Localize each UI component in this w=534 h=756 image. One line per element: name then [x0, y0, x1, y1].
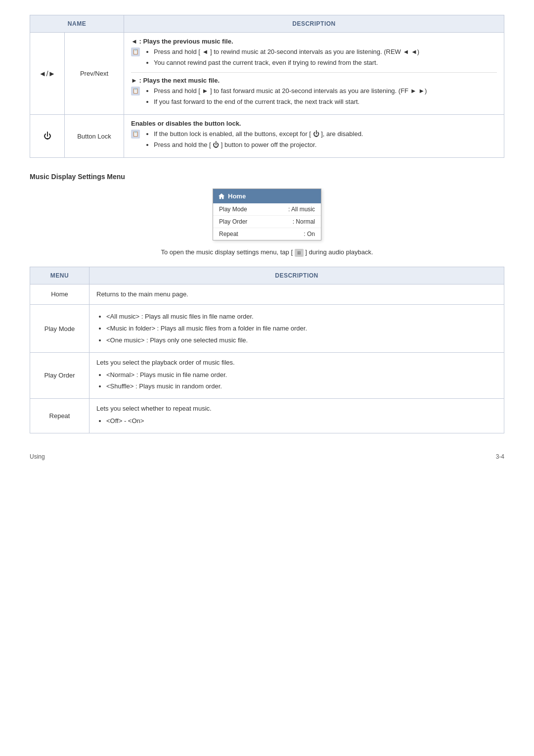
next-main-text: ► : Plays the next music file.: [131, 77, 497, 84]
buttonlock-note-content: If the button lock is enabled, all the b…: [145, 129, 363, 150]
home-icon: [218, 193, 225, 200]
bottom-col-menu-header: MENU: [30, 267, 89, 284]
popup-header: Home: [213, 189, 321, 203]
power-icon-symbol: ⏻: [44, 132, 51, 140]
popup-header-label: Home: [228, 192, 246, 200]
popup-row-repeat: Repeat : On: [213, 228, 321, 240]
prev-note-content: Press and hold [ ◄ ] to rewind music at …: [145, 47, 419, 68]
home-desc-text: Returns to the main menu page.: [96, 290, 188, 298]
repeat-desc-cell: Lets you select whether to repeat music.…: [89, 399, 504, 433]
playmode-bullet-2: <Music in folder> : Plays all music file…: [106, 324, 497, 334]
playorder-bullet-2: <Shuffle> : Plays music in random order.: [106, 381, 497, 392]
table-row-buttonlock: ⏻ Button Lock Enables or disables the bu…: [30, 115, 504, 158]
prevnext-desc-cell: ◄ : Plays the previous music file. 📋 Pre…: [124, 33, 504, 115]
popup-repeat-val: : On: [304, 231, 315, 237]
table-row-playmode: Play Mode <All music> : Plays all music …: [30, 305, 504, 352]
playmode-bullets: <All music> : Plays all music files in f…: [96, 312, 497, 345]
next-note-content: Press and hold [ ► ] to fast forward mus…: [145, 86, 427, 107]
note-badge: 📋: [131, 47, 140, 56]
music-settings-table: MENU DESCRIPTION Home Returns to the mai…: [30, 267, 504, 433]
bottom-col-desc-header: DESCRIPTION: [89, 267, 504, 284]
open-instructions-text: To open the music display settings menu,…: [30, 248, 504, 257]
playmode-desc-cell: <All music> : Plays all music files in f…: [89, 305, 504, 352]
buttonlock-name-cell: Button Lock: [65, 115, 124, 158]
prevnext-name-cell: Prev/Next: [65, 33, 124, 115]
repeat-menu-cell: Repeat: [30, 399, 89, 433]
prev-bullet-2: You cannot rewind past the current track…: [154, 58, 419, 68]
page-footer: Using 3-4: [30, 453, 504, 460]
repeat-desc-main: Lets you select whether to repeat music.: [96, 405, 212, 412]
buttonlock-bullet-1: If the button lock is enabled, all the b…: [154, 129, 363, 139]
table-row-home: Home Returns to the main menu page.: [30, 284, 504, 305]
next-section: ► : Plays the next music file. 📋 Press a…: [131, 77, 497, 107]
buttonlock-label: Button Lock: [77, 133, 111, 140]
repeat-bullets: <Off> - <On>: [96, 416, 497, 426]
prev-section: ◄ : Plays the previous music file. 📋 Pre…: [131, 38, 497, 68]
prev-main-text: ◄ : Plays the previous music file.: [131, 38, 497, 45]
note-icon-prev: 📋: [131, 47, 142, 56]
playorder-menu-cell: Play Order: [30, 352, 89, 398]
repeat-menu-label: Repeat: [49, 412, 70, 420]
popup-row-playorder: Play Order : Normal: [213, 216, 321, 228]
playorder-desc-main: Lets you select the playback order of mu…: [96, 359, 235, 366]
note-badge-2: 📋: [131, 87, 140, 95]
playorder-menu-label: Play Order: [44, 372, 75, 379]
next-note-row: 📋 Press and hold [ ► ] to fast forward m…: [131, 86, 497, 107]
prev-bullet-1: Press and hold [ ◄ ] to rewind music at …: [154, 47, 419, 57]
playorder-desc-cell: Lets you select the playback order of mu…: [89, 352, 504, 398]
buttonlock-desc-cell: Enables or disables the button lock. 📋 I…: [124, 115, 504, 158]
music-display-section: Music Display Settings Menu Home Play Mo…: [30, 173, 504, 257]
buttonlock-note-row: 📋 If the button lock is enabled, all the…: [131, 129, 497, 150]
note-icon-next: 📋: [131, 87, 142, 95]
home-desc-cell: Returns to the main menu page.: [89, 284, 504, 305]
buttonlock-icon-cell: ⏻: [30, 115, 65, 158]
home-menu-cell: Home: [30, 284, 89, 305]
music-menu-popup: Home Play Mode : All music Play Order : …: [213, 189, 321, 240]
popup-playmode-key: Play Mode: [219, 206, 247, 213]
note-badge-3: 📋: [131, 130, 140, 139]
playorder-bullets: <Normal> : Plays music in file name orde…: [96, 370, 497, 392]
prev-next-table: NAME DESCRIPTION ◄/► Prev/Next ◄ : Plays…: [30, 15, 504, 158]
playmode-menu-cell: Play Mode: [30, 305, 89, 352]
open-instr-part1: To open the music display settings menu,…: [161, 248, 293, 256]
popup-playorder-key: Play Order: [219, 218, 247, 225]
popup-playorder-val: : Normal: [293, 218, 315, 225]
repeat-bullet-1: <Off> - <On>: [106, 416, 497, 426]
popup-repeat-key: Repeat: [219, 231, 238, 237]
music-display-title: Music Display Settings Menu: [30, 173, 504, 181]
buttonlock-section: Enables or disables the button lock. 📋 I…: [131, 120, 497, 150]
prev-note-row: 📋 Press and hold [ ◄ ] to rewind music a…: [131, 47, 497, 68]
col-name-header: NAME: [30, 15, 124, 33]
footer-right-label: 3-4: [496, 453, 504, 460]
table-row-playorder: Play Order Lets you select the playback …: [30, 352, 504, 398]
playorder-bullet-1: <Normal> : Plays music in file name orde…: [106, 370, 497, 380]
playmode-menu-label: Play Mode: [44, 325, 75, 332]
home-menu-label: Home: [51, 290, 68, 298]
prevnext-icon: ◄/►: [39, 69, 56, 78]
popup-row-playmode: Play Mode : All music: [213, 203, 321, 216]
next-bullet-2: If you fast forward to the end of the cu…: [154, 97, 427, 107]
table-row-repeat: Repeat Lets you select whether to repeat…: [30, 399, 504, 433]
prevnext-label: Prev/Next: [80, 70, 108, 77]
next-bullet-1: Press and hold [ ► ] to fast forward mus…: [154, 86, 427, 96]
note-icon-lock: 📋: [131, 130, 142, 139]
separator-1: [131, 72, 497, 73]
open-instr-part2: ] during audio playback.: [305, 248, 373, 256]
table-row-prevnext: ◄/► Prev/Next ◄ : Plays the previous mus…: [30, 33, 504, 115]
popup-playmode-val: : All music: [288, 206, 315, 213]
col-desc-header: DESCRIPTION: [124, 15, 504, 33]
footer-left-label: Using: [30, 453, 45, 460]
playmode-bullet-1: <All music> : Plays all music files in f…: [106, 312, 497, 322]
prevnext-icon-cell: ◄/►: [30, 33, 65, 115]
buttonlock-bullet-2: Press and hold the [ ⏻ ] button to power…: [154, 140, 363, 150]
settings-icon-inline: ⊞: [295, 249, 304, 257]
buttonlock-main-text: Enables or disables the button lock.: [131, 120, 497, 127]
playmode-bullet-3: <One music> : Plays only one selected mu…: [106, 335, 497, 346]
